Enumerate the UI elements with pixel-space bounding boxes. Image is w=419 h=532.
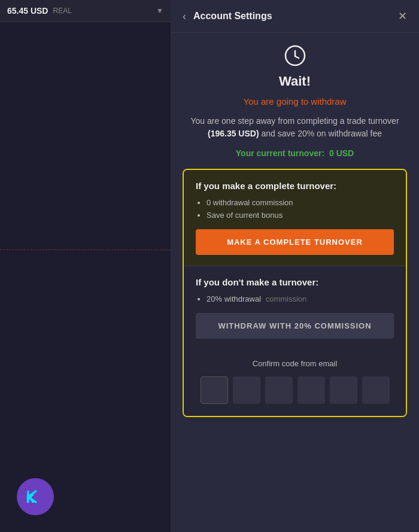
close-button[interactable]: ✕ — [398, 10, 407, 23]
options-box: If you make a complete turnover: 0 withd… — [183, 169, 407, 417]
turnover-label: Your current turnover: — [236, 148, 324, 158]
current-turnover: Your current turnover: 0 USD — [183, 148, 407, 158]
cost1: 20% withdrawal commission — [207, 294, 394, 303]
wait-icon — [183, 45, 407, 69]
option1-title: If you make a complete turnover: — [196, 181, 394, 191]
confirm-label: Confirm code from email — [196, 359, 394, 368]
turnover-value: 0 USD — [329, 148, 354, 158]
code-input-1[interactable] — [201, 376, 228, 404]
option2-section: If you don't make a turnover: 20% withdr… — [184, 266, 406, 349]
modal-content: Wait! You are going to withdraw You are … — [171, 33, 419, 532]
chart-area — [0, 22, 171, 528]
code-input-3[interactable] — [265, 376, 293, 404]
option2-costs: 20% withdrawal commission — [196, 294, 394, 303]
code-input-6[interactable] — [362, 376, 390, 404]
code-input-group — [196, 376, 394, 404]
account-bar[interactable]: 65.45 USD REAL ▼ — [0, 0, 171, 22]
svg-line-3 — [295, 56, 299, 58]
code-input-5[interactable] — [330, 376, 357, 404]
benefit1: 0 withdrawal commission — [207, 198, 394, 207]
modal-title: Account Settings — [193, 11, 398, 22]
option1-section: If you make a complete turnover: 0 withd… — [184, 170, 406, 266]
account-type: REAL — [53, 7, 71, 15]
account-amount: 65.45 USD — [7, 6, 48, 16]
chart-price-line — [0, 250, 171, 250]
benefit2: Save of current bonus — [207, 211, 394, 220]
modal-header: ‹ Account Settings ✕ — [171, 0, 419, 33]
wait-title: Wait! — [183, 74, 407, 89]
code-input-4[interactable] — [297, 376, 325, 404]
code-input-2[interactable] — [233, 376, 260, 404]
cost1-faded: commission — [266, 294, 307, 303]
confirm-section: Confirm code from email — [184, 349, 406, 416]
option1-benefits: 0 withdrawal commission Save of current … — [196, 198, 394, 220]
withdraw-commission-button[interactable]: WITHDRAW WITH 20% COMMISSION — [196, 313, 394, 339]
account-dropdown-icon[interactable]: ▼ — [156, 7, 163, 15]
description-text: You are one step away from completing a … — [183, 115, 407, 140]
app-logo: ĸ — [17, 478, 54, 515]
cost1-text: 20% withdrawal — [207, 294, 261, 303]
account-settings-modal: ‹ Account Settings ✕ Wait! You are going… — [171, 0, 419, 532]
trading-panel: 65.45 USD REAL ▼ ĸ — [0, 0, 171, 532]
warning-text: You are going to withdraw — [183, 96, 407, 107]
option2-title: If you don't make a turnover: — [196, 277, 394, 287]
back-button[interactable]: ‹ — [183, 10, 186, 23]
make-turnover-button[interactable]: MAKE A COMPLETE TURNOVER — [196, 229, 394, 255]
